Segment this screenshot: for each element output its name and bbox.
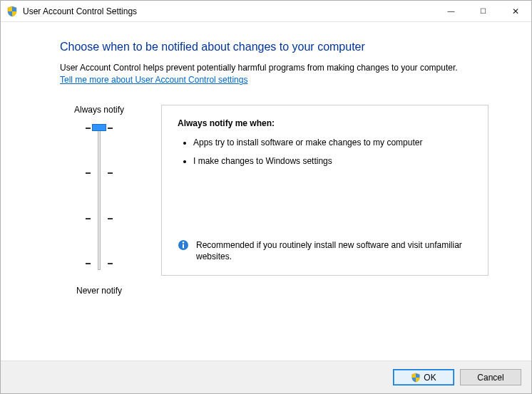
footer-bar: OK Cancel (1, 361, 531, 393)
description-panel: Always notify me when: Apps try to insta… (161, 105, 488, 276)
cancel-button-label: Cancel (477, 373, 503, 383)
slider-bottom-label: Never notify (76, 286, 122, 296)
slider-track (98, 128, 101, 270)
window-controls: — ☐ ✕ (435, 1, 531, 21)
cancel-button[interactable]: Cancel (460, 369, 521, 385)
window-frame: User Account Control Settings — ☐ ✕ Choo… (0, 0, 532, 394)
panel-bullet-list: Apps try to install software or make cha… (178, 137, 472, 167)
content-area: Choose when to be notified about changes… (1, 22, 531, 361)
svg-rect-1 (183, 244, 184, 248)
main-row: Always notify Never notify Always notify… (60, 105, 488, 301)
svg-point-2 (183, 242, 184, 243)
recommendation-row: Recommended if you routinely install new… (178, 239, 472, 262)
slider-tick (83, 263, 116, 264)
page-subtext: User Account Control helps prevent poten… (60, 62, 488, 73)
minimize-button[interactable]: — (435, 1, 467, 21)
panel-bullet: I make changes to Windows settings (193, 155, 472, 167)
notification-slider[interactable] (83, 120, 116, 277)
maximize-button[interactable]: ☐ (467, 1, 499, 21)
shield-icon (6, 6, 18, 17)
recommendation-text: Recommended if you routinely install new… (196, 239, 472, 262)
ok-button[interactable]: OK (393, 369, 454, 385)
panel-title: Always notify me when: (178, 118, 472, 128)
ok-button-label: OK (424, 373, 436, 383)
window-title: User Account Control Settings (23, 6, 435, 16)
close-button[interactable]: ✕ (499, 1, 531, 21)
slider-thumb[interactable] (92, 124, 106, 131)
titlebar[interactable]: User Account Control Settings — ☐ ✕ (1, 1, 531, 22)
slider-tick (83, 172, 116, 174)
slider-top-label: Always notify (74, 105, 124, 115)
info-icon (178, 239, 189, 251)
panel-bullet: Apps try to install software or make cha… (193, 137, 472, 148)
slider-tick (83, 218, 116, 219)
shield-icon (411, 373, 421, 383)
learn-more-link[interactable]: Tell me more about User Account Control … (60, 75, 247, 85)
page-heading: Choose when to be notified about changes… (60, 41, 488, 53)
slider-column: Always notify Never notify (60, 105, 138, 301)
